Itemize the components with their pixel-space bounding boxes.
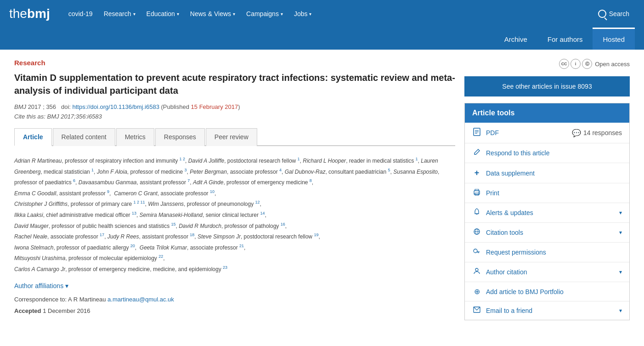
pdf-icon xyxy=(472,128,481,138)
journal-name: BMJ xyxy=(14,103,26,110)
respond-label: Respond to this article xyxy=(486,149,622,157)
print-label: Print xyxy=(486,189,622,197)
chevron-down-icon: ▾ xyxy=(309,11,311,17)
correspondence: Correspondence to: A R Martineau a.marti… xyxy=(14,296,455,303)
globe-icon xyxy=(472,228,481,237)
alerts-label: Alerts & updates xyxy=(486,209,615,216)
bell-icon xyxy=(472,208,481,217)
tool-citation[interactable]: Citation tools ▾ xyxy=(465,223,629,243)
nav-jobs[interactable]: Jobs ▾ xyxy=(289,6,316,21)
responses-badge: 💬 14 responses xyxy=(572,129,622,137)
portfolio-label: Add article to BMJ Portfolio xyxy=(486,288,622,295)
pdf-label: PDF xyxy=(486,129,567,136)
nav-campaigns-label: Campaigns xyxy=(246,10,279,17)
nav-covid[interactable]: covid-19 xyxy=(64,6,97,21)
email-label: Email to a friend xyxy=(486,307,615,314)
author-affiliations-toggle[interactable]: Author affiliations ▾ xyxy=(14,282,68,289)
tab-related-content[interactable]: Related content xyxy=(53,128,115,146)
main-article: Research Vitamin D supplementation to pr… xyxy=(14,59,455,320)
tab-metrics[interactable]: Metrics xyxy=(116,128,154,146)
issue-button[interactable]: See other articles in issue 8093 xyxy=(464,76,630,96)
nav-research[interactable]: Research ▾ xyxy=(99,6,140,21)
envelope-icon xyxy=(472,306,481,315)
chevron-down-icon: ▾ xyxy=(65,282,68,289)
accepted-label: Accepted xyxy=(14,307,41,314)
accepted-info: Accepted 1 December 2016 xyxy=(14,307,455,314)
chevron-down-icon: ▾ xyxy=(281,11,283,17)
nav-campaigns[interactable]: Campaigns ▾ xyxy=(242,6,288,21)
cc-sa-icon: Ⓒ xyxy=(582,59,592,69)
tab-article[interactable]: Article xyxy=(14,128,52,146)
article-year: 2017 xyxy=(28,103,41,110)
subnav-for-authors[interactable]: For authors xyxy=(537,28,593,50)
nav-education-label: Education xyxy=(147,10,175,17)
tool-alerts[interactable]: Alerts & updates ▾ xyxy=(465,203,629,223)
doi-label: doi: xyxy=(61,103,71,110)
published-date: 15 February 2017 xyxy=(191,103,238,110)
doi-link[interactable]: https://doi.org/10.1136/bmj.i6583 xyxy=(73,103,159,110)
search-button[interactable]: Search xyxy=(593,6,635,22)
svg-point-11 xyxy=(475,268,478,271)
author-affiliations-label: Author affiliations xyxy=(14,282,63,289)
print-icon xyxy=(472,188,481,198)
sidebar: CC i Ⓒ Open access See other articles in… xyxy=(464,59,630,320)
published-prefix: (Published xyxy=(161,103,191,110)
tool-portfolio[interactable]: ⊕ Add article to BMJ Portfolio xyxy=(465,282,629,301)
subnav-hosted[interactable]: Hosted xyxy=(593,28,635,50)
cite-journal: BMJ xyxy=(47,113,59,120)
header-top: thebmj covid-19 Research ▾ Education ▾ N… xyxy=(0,0,644,28)
tool-author-citation[interactable]: Author citation ▾ xyxy=(465,262,629,282)
published-suffix: ) xyxy=(238,103,240,110)
tool-permissions[interactable]: Request permissions xyxy=(465,243,629,262)
sub-header: Archive For authors Hosted xyxy=(0,28,644,50)
plus-icon: + xyxy=(472,168,481,178)
chevron-down-icon: ▾ xyxy=(619,229,622,236)
accepted-date: 1 December 2016 xyxy=(43,307,90,314)
author-citation-label: Author citation xyxy=(486,268,615,276)
article-title: Vitamin D supplementation to prevent acu… xyxy=(14,71,455,97)
cite-prefix: Cite this as: xyxy=(14,113,45,120)
article-meta: BMJ 2017 ; 356 doi: https://doi.org/10.1… xyxy=(14,103,455,110)
nav-news-label: News & Views xyxy=(190,10,231,17)
open-access: CC i Ⓒ Open access xyxy=(464,59,630,69)
cite-as: Cite this as: BMJ 2017;356:i6583 xyxy=(14,113,455,120)
subnav-archive[interactable]: Archive xyxy=(494,28,537,50)
correspondence-email[interactable]: a.martineau@qmul.ac.uk xyxy=(107,296,174,303)
tab-responses[interactable]: Responses xyxy=(155,128,205,146)
nav-education[interactable]: Education ▾ xyxy=(142,6,184,21)
open-access-label: Open access xyxy=(595,61,630,68)
nav-research-label: Research xyxy=(104,10,131,17)
article-tools-panel: Article tools PDF 💬 14 responses xyxy=(464,103,630,320)
chevron-down-icon: ▾ xyxy=(177,11,179,17)
cc-icons: CC i Ⓒ xyxy=(559,59,592,69)
cite-ref: 2017;356:i6583 xyxy=(61,113,102,120)
site-logo[interactable]: thebmj xyxy=(9,6,50,21)
tool-email[interactable]: Email to a friend ▾ xyxy=(465,301,629,320)
chevron-down-icon: ▾ xyxy=(133,11,136,17)
key-icon xyxy=(472,248,481,257)
person-icon xyxy=(472,267,481,277)
tool-print[interactable]: Print xyxy=(465,183,629,203)
search-label: Search xyxy=(609,10,629,17)
nav-news[interactable]: News & Views ▾ xyxy=(186,6,240,21)
bubble-icon: 💬 xyxy=(572,129,581,137)
chevron-down-icon: ▾ xyxy=(619,210,622,216)
authors-block: Adrian R Martineau, professor of respira… xyxy=(14,155,455,275)
responses-count: 14 responses xyxy=(583,129,622,136)
tool-pdf[interactable]: PDF 💬 14 responses xyxy=(465,123,629,143)
tool-respond[interactable]: Respond to this article xyxy=(465,143,629,163)
chevron-down-icon: ▾ xyxy=(619,269,622,275)
tool-data-supplement[interactable]: + Data supplement xyxy=(465,163,629,183)
article-volume: 356 xyxy=(46,103,56,110)
chevron-down-icon: ▾ xyxy=(619,307,622,314)
svg-point-6 xyxy=(478,192,479,193)
article-tabs: Article Related content Metrics Response… xyxy=(14,127,455,146)
cc-icon: CC xyxy=(559,59,569,69)
edit-icon xyxy=(472,148,481,158)
section-label: Research xyxy=(14,59,455,67)
cc-by-icon: i xyxy=(571,59,581,69)
tools-header: Article tools xyxy=(465,103,629,123)
tab-peer-review[interactable]: Peer review xyxy=(206,128,257,146)
svg-point-10 xyxy=(474,249,477,253)
logo-bold: bmj xyxy=(27,6,50,21)
